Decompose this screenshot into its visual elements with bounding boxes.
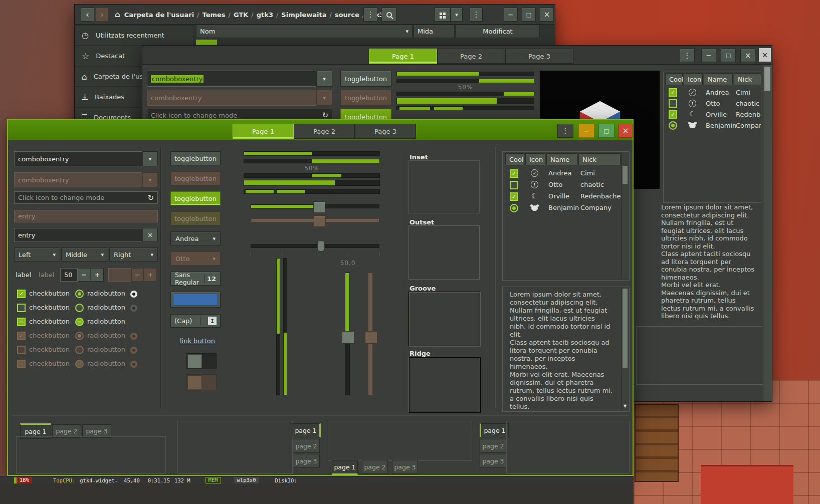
column-header-size[interactable]: Mida: [414, 25, 455, 38]
table-row[interactable]: ✓ ☾ Orville Redenbacher: [664, 109, 761, 120]
notebook1-tab-page2[interactable]: page 2: [52, 424, 81, 438]
scrollbar-vertical[interactable]: [763, 65, 772, 402]
table-header-nick[interactable]: Nick: [578, 153, 621, 165]
tab-page3[interactable]: Page 3: [355, 124, 416, 139]
maximize-button[interactable]: □: [721, 49, 736, 62]
notebook2-tab-page1[interactable]: page 1: [292, 423, 321, 437]
cpu-usage-badge[interactable]: 18%: [17, 477, 32, 483]
textview-back[interactable]: Lorem ipsum dolor sit amet, consectetur …: [661, 203, 754, 325]
view-grid-button[interactable]: [435, 8, 451, 22]
scale-with-marks[interactable]: [251, 244, 379, 248]
table-header-cool[interactable]: Cool: [665, 73, 683, 85]
entry-clear-button[interactable]: ×: [142, 228, 158, 242]
switch-off[interactable]: [186, 353, 217, 369]
table-row[interactable]: ! Otto chaotic: [664, 98, 761, 109]
notebook4-tab-page3[interactable]: page 3: [480, 454, 507, 468]
maximize-button[interactable]: □: [522, 8, 536, 22]
togglebutton[interactable]: togglebutton: [170, 151, 221, 165]
row-checkbox-checked[interactable]: ✓: [669, 88, 677, 97]
file-chooser-button[interactable]: (Cap) ↥: [170, 314, 221, 328]
taskbar[interactable]: 18% TopCPU: gtk4-widget- 45,40 0:31.15 1…: [0, 476, 634, 484]
column-header-modified[interactable]: Modificat: [456, 25, 540, 38]
window-menu-button[interactable]: ⋮: [557, 124, 573, 138]
table-header-icon[interactable]: Icon: [684, 73, 703, 85]
forward-button[interactable]: ›: [95, 8, 109, 22]
scale-handle-small[interactable]: [317, 241, 325, 251]
notebook4-tab-page1[interactable]: page 1: [480, 423, 509, 437]
minimize-button[interactable]: −: [504, 8, 518, 22]
tab-page2[interactable]: Page 2: [437, 49, 505, 64]
table-row[interactable]: ✓ ✓ Andrea Cimi: [664, 87, 761, 98]
close-button[interactable]: ×: [540, 8, 554, 22]
row-checkbox-checked[interactable]: ✓: [510, 192, 518, 201]
search-button[interactable]: [381, 8, 396, 22]
notebook4-tab-page2[interactable]: page 2: [480, 439, 507, 453]
combobox[interactable]: Andrea ▾: [170, 231, 221, 245]
table-row[interactable]: ✓ ☾ Orville Redenbacher: [503, 191, 621, 202]
table-header-cool[interactable]: Cool: [505, 153, 524, 165]
minimize-button[interactable]: −: [701, 49, 716, 62]
combobox-left[interactable]: Left ▾: [14, 247, 60, 262]
close-button[interactable]: ×: [740, 49, 755, 62]
table-header-icon[interactable]: Icon: [525, 153, 545, 165]
peek-close-button[interactable]: ×: [759, 48, 771, 62]
row-checkbox-unchecked[interactable]: [510, 181, 518, 189]
notebook3-tab-page3[interactable]: page 3: [392, 460, 418, 474]
spin-plus-button[interactable]: +: [91, 268, 104, 282]
togglebutton-active[interactable]: togglebutton: [170, 191, 221, 205]
tab-page1[interactable]: Page 1: [233, 124, 294, 139]
scale-vertical-handle[interactable]: [342, 331, 354, 344]
breadcrumb-item[interactable]: source: [335, 11, 359, 19]
textview[interactable]: Lorem ipsum dolor sit amet, consectetur …: [502, 287, 630, 412]
maximize-button[interactable]: □: [598, 124, 614, 138]
window-menu-button[interactable]: ⋮: [680, 49, 695, 62]
breadcrumb-item[interactable]: Carpeta de l'usuari: [124, 11, 194, 19]
tab-page1[interactable]: Page 1: [369, 49, 437, 64]
combobox-right[interactable]: Right ▾: [109, 247, 158, 262]
minimize-button[interactable]: −: [578, 124, 594, 138]
link-button[interactable]: link button: [180, 337, 215, 345]
hamburger-menu-button[interactable]: ⋮: [470, 8, 483, 22]
back-button[interactable]: ‹: [81, 8, 94, 22]
notebook2-tab-page2[interactable]: page 2: [293, 439, 320, 453]
window-menu-button[interactable]: ⋮: [363, 8, 377, 22]
notebook3-tab-page2[interactable]: page 2: [362, 460, 388, 474]
color-button[interactable]: [170, 292, 221, 308]
breadcrumb-item[interactable]: gtk3: [257, 11, 273, 19]
row-checkbox-unchecked[interactable]: [669, 99, 677, 108]
close-button[interactable]: ×: [619, 124, 633, 138]
row-checkbox-checked[interactable]: ✓: [669, 110, 677, 119]
checkbutton-indeterminate[interactable]: −: [17, 318, 26, 326]
checkbutton-unchecked[interactable]: [17, 304, 26, 312]
notebook3-tab-page1[interactable]: page 1: [332, 460, 358, 475]
comboboxentry-field[interactable]: comboboxentry: [14, 151, 142, 166]
row-checkbox-checked[interactable]: ✓: [510, 169, 518, 178]
table-row[interactable]: ! Otto chaotic: [503, 179, 621, 191]
breadcrumb-item[interactable]: GTK: [234, 11, 248, 19]
breadcrumb-item[interactable]: Simplewaita: [281, 11, 326, 19]
table-header-nick[interactable]: Nick: [734, 73, 761, 85]
mini-radio-indicator[interactable]: [130, 291, 137, 298]
icon-entry[interactable]: Click icon to change mode ↻: [14, 191, 158, 204]
breadcrumb-item[interactable]: Temes: [202, 11, 225, 19]
view-options-button[interactable]: ▾: [451, 8, 463, 22]
radiobutton-indeterminate[interactable]: −: [75, 318, 84, 326]
spin-minus-button[interactable]: −: [78, 268, 90, 282]
scrollbar-down-button[interactable]: ▼: [622, 401, 629, 410]
mem-badge[interactable]: MEM: [206, 477, 221, 483]
notebook2-tab-page3[interactable]: page 3: [293, 454, 320, 468]
scrollbar-thumb[interactable]: [623, 166, 628, 184]
mini-radio-indicator[interactable]: [130, 305, 137, 312]
comboboxentry-dropdown-button[interactable]: ▾: [316, 71, 332, 87]
sidebar-item-recent[interactable]: ◷ Utilitzats recentment: [75, 26, 193, 45]
network-interface-badge[interactable]: wlp3s0: [234, 477, 259, 483]
entry[interactable]: entry: [14, 228, 142, 242]
radiobutton-unselected[interactable]: [75, 304, 84, 312]
table-scrollbar[interactable]: [621, 152, 629, 279]
checkbutton-checked[interactable]: ✓: [17, 290, 26, 298]
topcpu-process[interactable]: gtk4-widget-: [80, 477, 118, 483]
refresh-icon[interactable]: ↻: [147, 193, 154, 202]
table-row[interactable]: Benjamin Company: [664, 120, 761, 131]
comboboxentry-dropdown-button[interactable]: ▾: [142, 151, 158, 166]
togglebutton[interactable]: togglebutton: [340, 71, 391, 87]
